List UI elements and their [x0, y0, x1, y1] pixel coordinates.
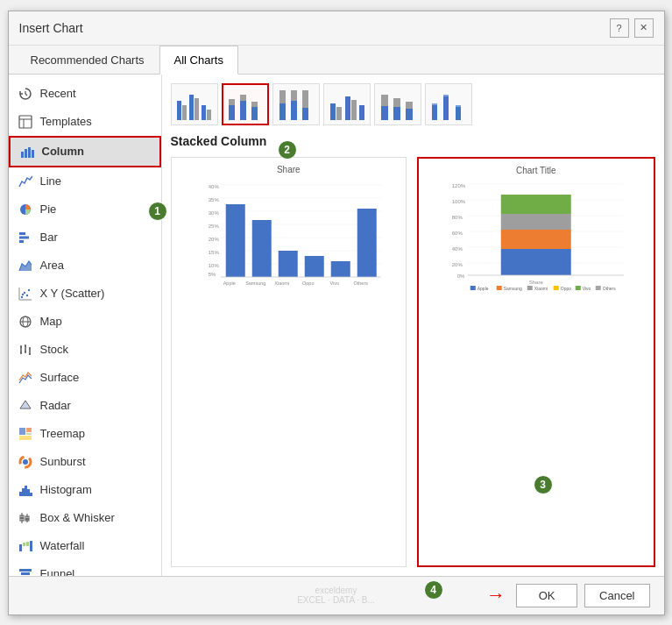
recent-icon [18, 86, 33, 102]
svg-rect-95 [456, 107, 461, 120]
svg-rect-141 [501, 214, 571, 230]
svg-rect-56 [19, 569, 32, 572]
chart-icon-3d-clustered[interactable] [323, 83, 371, 125]
svg-rect-91 [432, 105, 437, 120]
sidebar-item-recent-label: Recent [40, 87, 76, 100]
svg-rect-83 [351, 100, 357, 120]
svg-rect-80 [330, 103, 336, 120]
svg-rect-71 [240, 95, 246, 101]
sidebar-item-waterfall[interactable]: Waterfall [9, 532, 161, 560]
svg-rect-92 [432, 103, 437, 105]
svg-rect-86 [381, 95, 388, 106]
svg-point-14 [20, 295, 22, 297]
svg-text:Samsung: Samsung [245, 281, 265, 286]
svg-rect-6 [25, 149, 27, 158]
ok-button[interactable]: OK [516, 584, 577, 607]
chart-preview-basic[interactable]: Share 40% 35% 30% 25% 20% 15% 10% 5% [171, 157, 407, 567]
svg-rect-67 [207, 110, 211, 120]
svg-rect-41 [19, 492, 22, 496]
sidebar-item-pie[interactable]: Pie [9, 195, 161, 224]
svg-text:5%: 5% [208, 272, 216, 277]
svg-rect-2 [19, 116, 32, 128]
sidebar-item-map-label: Map [40, 315, 62, 328]
map-icon [18, 314, 33, 330]
svg-point-16 [25, 294, 27, 295]
svg-rect-35 [19, 428, 25, 435]
chart-icon-100pct-stacked[interactable] [272, 83, 320, 125]
svg-rect-88 [393, 98, 400, 107]
svg-rect-72 [251, 107, 258, 120]
chart-preview-stacked[interactable]: Chart Title 120% 100% 80% 60% 40% 20% 0% [417, 157, 655, 567]
svg-text:Others: Others [603, 286, 617, 291]
svg-rect-152 [554, 286, 559, 290]
sidebar-item-templates[interactable]: Templates [9, 108, 161, 136]
sunburst-icon [18, 454, 33, 470]
svg-rect-5 [21, 152, 24, 158]
sidebar-item-recent[interactable]: Recent [9, 80, 161, 108]
svg-rect-143 [501, 249, 571, 275]
chart-icon-clustered-column[interactable] [171, 83, 218, 125]
svg-rect-81 [336, 107, 342, 120]
svg-rect-150 [527, 286, 533, 290]
sidebar-item-boxwhisker[interactable]: Box & Whisker [9, 504, 161, 532]
sidebar-item-line[interactable]: Line [9, 167, 161, 195]
waterfall-icon [18, 538, 33, 554]
svg-rect-84 [359, 105, 364, 120]
sidebar-item-surface[interactable]: Surface [9, 364, 161, 392]
pie-icon [18, 202, 33, 217]
svg-text:10%: 10% [208, 263, 219, 268]
tab-recommended[interactable]: Recommended Charts [16, 46, 159, 75]
svg-rect-44 [27, 489, 30, 496]
svg-rect-148 [497, 286, 502, 290]
cancel-button[interactable]: Cancel [584, 584, 649, 607]
svg-text:0%: 0% [457, 273, 465, 279]
svg-text:Others: Others [353, 281, 368, 286]
sidebar-item-radar[interactable]: Radar [9, 392, 161, 420]
svg-text:100%: 100% [452, 199, 466, 204]
sidebar-item-xyscatter-label: X Y (Scatter) [40, 287, 105, 300]
svg-text:35%: 35% [208, 197, 219, 202]
badge-1: 1 [148, 202, 167, 221]
svg-rect-53 [23, 543, 25, 546]
sidebar-item-stock[interactable]: Stock [9, 336, 161, 364]
chart-type-label: Stacked Column [171, 134, 655, 148]
svg-text:120%: 120% [452, 183, 466, 188]
sidebar-item-column[interactable]: Column [9, 136, 161, 167]
sidebar-item-surface-label: Surface [40, 371, 80, 384]
sidebar-item-treemap-label: Treemap [40, 427, 86, 440]
chart-preview-stacked-svg: 120% 100% 80% 60% 40% 20% 0% [426, 179, 647, 293]
sidebar-item-area[interactable]: Area [9, 252, 161, 280]
chart-icon-stacked-column[interactable] [222, 83, 269, 125]
svg-rect-11 [19, 236, 29, 238]
svg-rect-79 [302, 90, 308, 108]
svg-text:15%: 15% [208, 250, 219, 255]
svg-rect-66 [202, 105, 206, 120]
svg-text:Xiaomi: Xiaomi [274, 281, 289, 286]
treemap-icon [18, 426, 33, 442]
title-bar: Insert Chart ? ✕ [9, 11, 664, 46]
column-icon [19, 144, 35, 160]
sidebar-item-map[interactable]: Map [9, 308, 161, 336]
sidebar-item-bar[interactable]: Bar [9, 224, 161, 252]
boxwhisker-icon [18, 510, 33, 526]
help-button[interactable]: ? [610, 18, 629, 38]
chart-icon-3d-stacked[interactable] [374, 83, 421, 125]
sidebar-item-histogram[interactable]: Histogram [9, 476, 161, 504]
svg-rect-73 [251, 102, 258, 107]
sidebar-item-xyscatter[interactable]: X Y (Scatter) [9, 280, 161, 308]
chart-icon-3d-column[interactable] [425, 83, 472, 125]
svg-rect-64 [189, 95, 194, 120]
sidebar-item-treemap[interactable]: Treemap [9, 420, 161, 448]
svg-rect-12 [19, 240, 24, 243]
close-button[interactable]: ✕ [634, 18, 654, 38]
templates-icon [18, 114, 33, 130]
svg-rect-117 [330, 261, 350, 277]
sidebar-item-sunburst[interactable]: Sunburst [9, 448, 161, 476]
tab-all-charts[interactable]: All Charts [159, 46, 238, 75]
svg-rect-36 [26, 428, 32, 432]
sidebar-item-waterfall-label: Waterfall [40, 539, 85, 552]
svg-text:20%: 20% [452, 262, 463, 267]
svg-rect-8 [32, 150, 34, 158]
sidebar-item-funnel[interactable]: Funnel [9, 560, 161, 576]
surface-icon [18, 370, 33, 386]
